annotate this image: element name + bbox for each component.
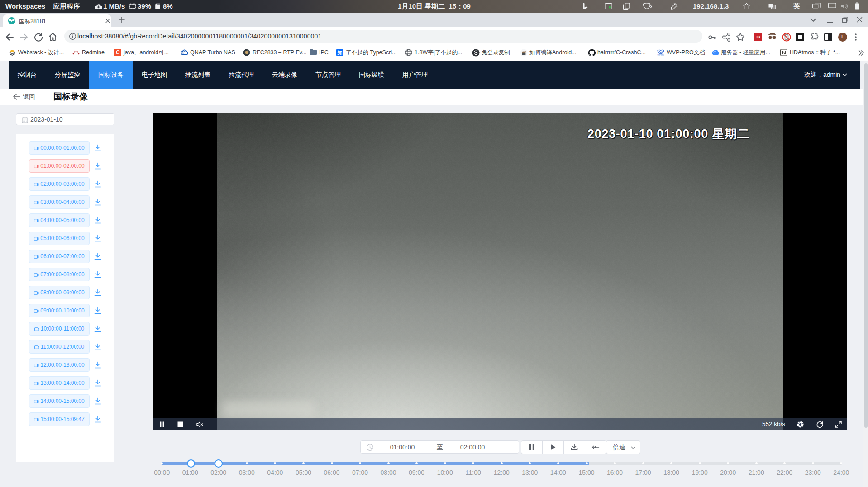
svg-text:WVP-PRO: WVP-PRO xyxy=(657,54,664,56)
